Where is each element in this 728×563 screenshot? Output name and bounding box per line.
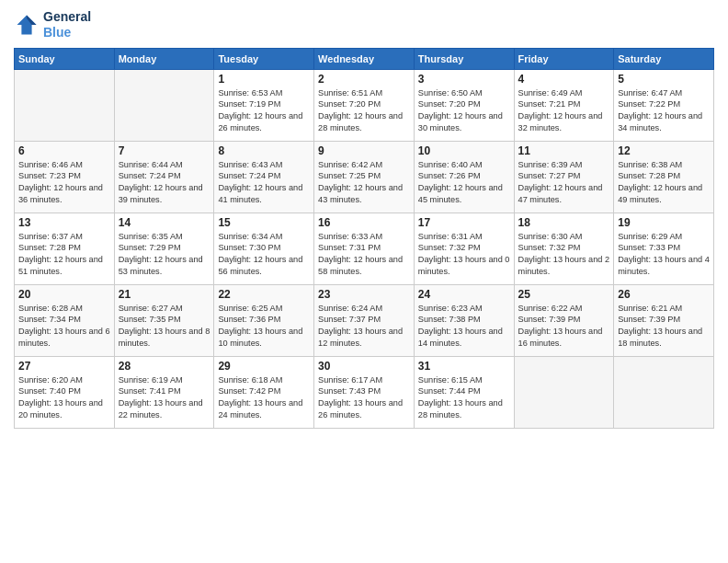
calendar-cell: 18Sunrise: 6:30 AMSunset: 7:32 PMDayligh… [514,213,614,284]
calendar-cell: 29Sunrise: 6:18 AMSunset: 7:42 PMDayligh… [214,356,314,428]
calendar-cell: 9Sunrise: 6:42 AMSunset: 7:25 PMDaylight… [314,141,415,213]
day-info: Sunrise: 6:25 AMSunset: 7:36 PMDaylight:… [218,303,310,350]
calendar-cell: 10Sunrise: 6:40 AMSunset: 7:26 PMDayligh… [414,141,514,213]
weekday-header: Friday [514,48,614,69]
day-number: 29 [218,360,310,373]
day-number: 5 [618,73,710,86]
calendar-cell: 6Sunrise: 6:46 AMSunset: 7:23 PMDaylight… [15,141,115,213]
day-info: Sunrise: 6:40 AMSunset: 7:26 PMDaylight:… [418,159,510,207]
day-number: 8 [218,144,310,157]
weekday-header-row: SundayMondayTuesdayWednesdayThursdayFrid… [15,48,714,69]
day-info: Sunrise: 6:28 AMSunset: 7:34 PMDaylight:… [18,303,110,350]
day-info: Sunrise: 6:27 AMSunset: 7:35 PMDaylight:… [119,303,210,350]
day-info: Sunrise: 6:34 AMSunset: 7:30 PMDaylight:… [218,231,310,279]
calendar-cell: 13Sunrise: 6:37 AMSunset: 7:28 PMDayligh… [15,213,115,284]
day-number: 12 [618,144,710,157]
day-number: 22 [218,288,310,301]
page-container: General Blue SundayMondayTuesdayWednesda… [0,0,728,438]
day-number: 14 [119,216,210,229]
weekday-header: Wednesday [314,48,415,69]
calendar-cell: 21Sunrise: 6:27 AMSunset: 7:35 PMDayligh… [114,284,214,356]
day-info: Sunrise: 6:46 AMSunset: 7:23 PMDaylight:… [18,159,110,207]
day-info: Sunrise: 6:18 AMSunset: 7:42 PMDaylight:… [218,374,310,422]
day-info: Sunrise: 6:49 AMSunset: 7:21 PMDaylight:… [518,87,610,135]
weekday-header: Tuesday [214,48,314,69]
day-info: Sunrise: 6:29 AMSunset: 7:33 PMDaylight:… [618,231,710,279]
day-info: Sunrise: 6:51 AMSunset: 7:20 PMDaylight:… [318,87,410,135]
logo-icon [14,12,40,38]
day-info: Sunrise: 6:35 AMSunset: 7:29 PMDaylight:… [119,231,210,279]
day-number: 24 [418,288,510,301]
day-number: 28 [119,360,210,373]
calendar-cell: 12Sunrise: 6:38 AMSunset: 7:28 PMDayligh… [614,141,714,213]
day-info: Sunrise: 6:20 AMSunset: 7:40 PMDaylight:… [18,374,110,422]
day-info: Sunrise: 6:15 AMSunset: 7:44 PMDaylight:… [418,374,510,422]
weekday-header: Saturday [614,48,714,69]
calendar-cell: 24Sunrise: 6:23 AMSunset: 7:38 PMDayligh… [414,284,514,356]
day-number: 11 [518,144,610,157]
day-info: Sunrise: 6:31 AMSunset: 7:32 PMDaylight:… [418,231,510,279]
calendar-body: 1Sunrise: 6:53 AMSunset: 7:19 PMDaylight… [15,69,714,428]
calendar-table: SundayMondayTuesdayWednesdayThursdayFrid… [14,48,714,429]
day-number: 10 [418,144,510,157]
calendar-cell: 3Sunrise: 6:50 AMSunset: 7:20 PMDaylight… [414,69,514,141]
day-number: 18 [518,216,610,229]
day-number: 27 [18,360,110,373]
calendar-cell: 1Sunrise: 6:53 AMSunset: 7:19 PMDaylight… [214,69,314,141]
day-number: 26 [618,288,710,301]
calendar-cell: 27Sunrise: 6:20 AMSunset: 7:40 PMDayligh… [15,356,115,428]
day-number: 17 [418,216,510,229]
calendar-cell [614,356,714,428]
day-number: 2 [318,73,410,86]
calendar-cell: 31Sunrise: 6:15 AMSunset: 7:44 PMDayligh… [414,356,514,428]
calendar-cell: 14Sunrise: 6:35 AMSunset: 7:29 PMDayligh… [114,213,214,284]
day-number: 13 [18,216,110,229]
day-number: 15 [218,216,310,229]
calendar-cell: 11Sunrise: 6:39 AMSunset: 7:27 PMDayligh… [514,141,614,213]
day-number: 19 [618,216,710,229]
logo: General Blue [14,9,91,40]
day-info: Sunrise: 6:30 AMSunset: 7:32 PMDaylight:… [518,231,610,279]
header: General Blue [14,9,714,40]
day-info: Sunrise: 6:47 AMSunset: 7:22 PMDaylight:… [618,87,710,135]
day-info: Sunrise: 6:19 AMSunset: 7:41 PMDaylight:… [119,374,210,422]
weekday-header: Sunday [15,48,115,69]
day-info: Sunrise: 6:23 AMSunset: 7:38 PMDaylight:… [418,303,510,350]
calendar-week-row: 13Sunrise: 6:37 AMSunset: 7:28 PMDayligh… [15,213,714,284]
day-info: Sunrise: 6:24 AMSunset: 7:37 PMDaylight:… [318,303,410,350]
calendar-cell: 17Sunrise: 6:31 AMSunset: 7:32 PMDayligh… [414,213,514,284]
calendar-cell [514,356,614,428]
logo-text: General Blue [43,9,91,40]
calendar-cell: 22Sunrise: 6:25 AMSunset: 7:36 PMDayligh… [214,284,314,356]
day-info: Sunrise: 6:43 AMSunset: 7:24 PMDaylight:… [218,159,310,207]
day-number: 1 [218,73,310,86]
calendar-cell: 15Sunrise: 6:34 AMSunset: 7:30 PMDayligh… [214,213,314,284]
calendar-cell: 8Sunrise: 6:43 AMSunset: 7:24 PMDaylight… [214,141,314,213]
day-number: 16 [318,216,410,229]
day-info: Sunrise: 6:42 AMSunset: 7:25 PMDaylight:… [318,159,410,207]
day-info: Sunrise: 6:21 AMSunset: 7:39 PMDaylight:… [618,303,710,350]
day-info: Sunrise: 6:22 AMSunset: 7:39 PMDaylight:… [518,303,610,350]
day-number: 4 [518,73,610,86]
calendar-cell: 2Sunrise: 6:51 AMSunset: 7:20 PMDaylight… [314,69,415,141]
calendar-cell [15,69,115,141]
day-info: Sunrise: 6:17 AMSunset: 7:43 PMDaylight:… [318,374,410,422]
day-info: Sunrise: 6:44 AMSunset: 7:24 PMDaylight:… [119,159,210,207]
calendar-cell: 26Sunrise: 6:21 AMSunset: 7:39 PMDayligh… [614,284,714,356]
calendar-cell: 4Sunrise: 6:49 AMSunset: 7:21 PMDaylight… [514,69,614,141]
day-info: Sunrise: 6:33 AMSunset: 7:31 PMDaylight:… [318,231,410,279]
calendar-cell: 5Sunrise: 6:47 AMSunset: 7:22 PMDaylight… [614,69,714,141]
calendar-week-row: 6Sunrise: 6:46 AMSunset: 7:23 PMDaylight… [15,141,714,213]
day-number: 25 [518,288,610,301]
day-info: Sunrise: 6:37 AMSunset: 7:28 PMDaylight:… [18,231,110,279]
calendar-cell: 30Sunrise: 6:17 AMSunset: 7:43 PMDayligh… [314,356,415,428]
weekday-header: Monday [114,48,214,69]
weekday-header: Thursday [414,48,514,69]
calendar-cell: 16Sunrise: 6:33 AMSunset: 7:31 PMDayligh… [314,213,415,284]
day-number: 7 [119,144,210,157]
calendar-week-row: 27Sunrise: 6:20 AMSunset: 7:40 PMDayligh… [15,356,714,428]
day-number: 20 [18,288,110,301]
calendar-cell [114,69,214,141]
calendar-cell: 7Sunrise: 6:44 AMSunset: 7:24 PMDaylight… [114,141,214,213]
day-info: Sunrise: 6:53 AMSunset: 7:19 PMDaylight:… [218,87,310,135]
